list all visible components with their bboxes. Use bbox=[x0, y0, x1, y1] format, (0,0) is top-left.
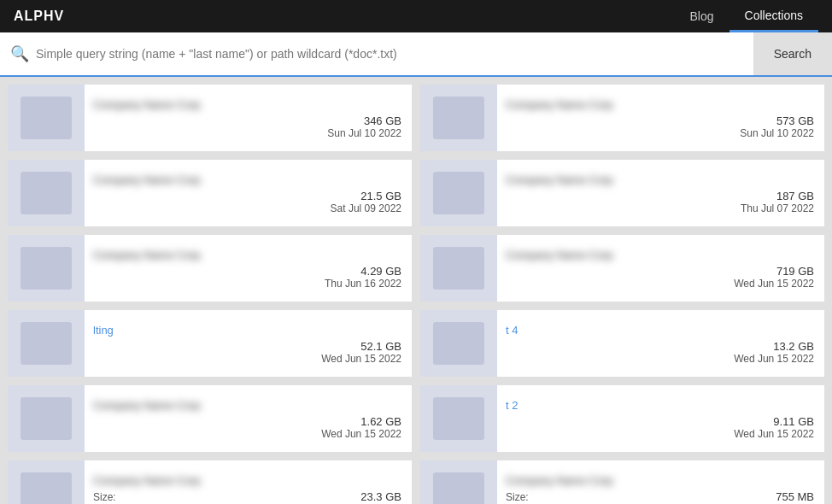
card-date: Thu Jul 07 2022 bbox=[741, 202, 814, 214]
list-item[interactable]: Company Name Corp573 GBSun Jul 10 2022 bbox=[419, 84, 825, 152]
list-item[interactable]: Company Name Corp1.62 GBWed Jun 15 2022 bbox=[7, 384, 413, 453]
main-nav: Blog Collections bbox=[674, 0, 818, 32]
list-item[interactable]: t 29.11 GBWed Jun 15 2022 bbox=[419, 384, 825, 453]
card-size-label: Size: bbox=[93, 491, 144, 503]
card-size: 4.29 GB bbox=[325, 265, 401, 278]
card-blurred-name: Company Name Corp bbox=[93, 249, 201, 261]
nav-collections[interactable]: Collections bbox=[729, 0, 818, 32]
list-item[interactable]: Company Name Corp21.5 GBSat Jul 09 2022 bbox=[7, 159, 413, 227]
card-date: Thu Jun 16 2022 bbox=[325, 278, 401, 290]
card-date: Wed Jun 15 2022 bbox=[734, 353, 814, 365]
card-size: 23.3 GB bbox=[321, 490, 401, 503]
card-blurred-name: Company Name Corp bbox=[506, 173, 613, 186]
search-input[interactable] bbox=[36, 47, 753, 61]
card-title: t 2 bbox=[506, 399, 518, 412]
card-size-label: Size: bbox=[506, 491, 556, 503]
card-size: 346 GB bbox=[327, 114, 401, 127]
card-size: 755 MB bbox=[734, 490, 814, 503]
card-size: 573 GB bbox=[740, 114, 814, 127]
search-button[interactable]: Search bbox=[753, 32, 832, 75]
card-thumbnail bbox=[420, 160, 497, 226]
logo: ALPHV bbox=[14, 9, 64, 24]
card-thumbnail bbox=[8, 160, 85, 226]
list-item[interactable]: Company Name CorpSize:Upload DT:755 MBWe… bbox=[419, 460, 825, 504]
list-item[interactable]: Company Name Corp187 GBThu Jul 07 2022 bbox=[419, 159, 825, 227]
list-item[interactable]: Company Name Corp4.29 GBThu Jun 16 2022 bbox=[7, 234, 413, 302]
list-item[interactable]: t 413.2 GBWed Jun 15 2022 bbox=[419, 309, 825, 378]
card-thumbnail bbox=[420, 385, 497, 452]
card-date: Sat Jul 09 2022 bbox=[331, 202, 401, 214]
card-title: lting bbox=[93, 324, 114, 337]
header: ALPHV Blog Collections bbox=[0, 0, 832, 32]
card-size: 187 GB bbox=[741, 190, 814, 202]
nav-blog[interactable]: Blog bbox=[674, 0, 729, 32]
card-date: Wed Jun 15 2022 bbox=[734, 428, 814, 440]
card-size: 719 GB bbox=[734, 265, 814, 278]
search-bar: 🔍 Search bbox=[0, 32, 832, 77]
card-thumbnail bbox=[8, 310, 85, 377]
card-thumbnail bbox=[420, 310, 497, 377]
card-thumbnail bbox=[8, 460, 85, 504]
card-thumbnail bbox=[420, 235, 497, 302]
list-item[interactable]: lting52.1 GBWed Jun 15 2022 bbox=[7, 309, 413, 378]
card-size: 1.62 GB bbox=[321, 415, 401, 428]
card-title: t 4 bbox=[506, 324, 518, 337]
card-thumbnail bbox=[8, 385, 85, 452]
card-date: Sun Jul 10 2022 bbox=[327, 127, 401, 139]
card-size: 9.11 GB bbox=[734, 415, 814, 428]
card-blurred-name: Company Name Corp bbox=[93, 474, 201, 487]
card-thumbnail bbox=[420, 460, 497, 504]
list-item[interactable]: Company Name Corp719 GBWed Jun 15 2022 bbox=[419, 234, 825, 302]
card-size: 21.5 GB bbox=[331, 190, 401, 202]
card-size: 13.2 GB bbox=[734, 340, 814, 353]
card-blurred-name: Company Name Corp bbox=[93, 98, 201, 111]
card-date: Wed Jun 15 2022 bbox=[734, 278, 814, 290]
card-date: Wed Jun 15 2022 bbox=[321, 353, 401, 365]
card-thumbnail bbox=[8, 85, 85, 151]
card-thumbnail bbox=[8, 235, 85, 302]
card-blurred-name: Company Name Corp bbox=[506, 249, 613, 261]
card-thumbnail bbox=[420, 85, 497, 151]
list-item[interactable]: Company Name CorpSize:Upload DT:23.3 GBW… bbox=[7, 460, 413, 504]
list-item[interactable]: Company Name Corp346 GBSun Jul 10 2022 bbox=[7, 84, 413, 152]
search-icon: 🔍 bbox=[10, 44, 29, 63]
card-blurred-name: Company Name Corp bbox=[93, 173, 201, 186]
cards-grid: Company Name Corp346 GBSun Jul 10 2022Co… bbox=[0, 77, 832, 504]
card-size: 52.1 GB bbox=[321, 340, 401, 353]
card-blurred-name: Company Name Corp bbox=[506, 474, 613, 487]
card-blurred-name: Company Name Corp bbox=[506, 98, 613, 111]
card-blurred-name: Company Name Corp bbox=[93, 399, 201, 412]
card-date: Wed Jun 15 2022 bbox=[321, 428, 401, 440]
card-date: Sun Jul 10 2022 bbox=[740, 127, 814, 139]
